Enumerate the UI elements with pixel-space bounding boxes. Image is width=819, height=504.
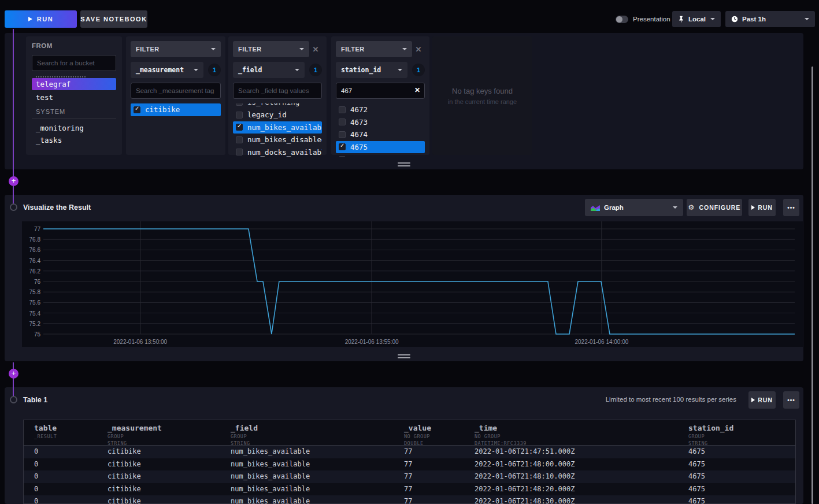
query-builder-cell: FROM telegraftestSYSTEM_monitoring_tasks… [5, 33, 803, 169]
filter-value-row[interactable]: 4672 [336, 103, 425, 116]
save-notebook-button[interactable]: SAVE NOTEBOOK [80, 10, 147, 28]
filter-type-dropdown[interactable]: FILTER [233, 41, 309, 57]
run-cell-label: RUN [758, 204, 773, 211]
station-search-input[interactable] [336, 83, 425, 99]
chevron-down-icon [211, 48, 216, 50]
y-axis-tick-label: 76 [22, 279, 40, 285]
checkbox[interactable] [339, 118, 346, 125]
chevron-down-icon [194, 69, 198, 71]
run-notebook-label: RUN [37, 16, 53, 23]
filter-value-row[interactable]: citibike [131, 103, 221, 116]
chevron-down-icon [402, 48, 407, 50]
checkbox[interactable] [236, 136, 243, 143]
add-cell-button[interactable]: + [9, 369, 18, 379]
filter-value-label: citibike [145, 105, 180, 114]
filter-value-label: num_bikes_available [247, 123, 322, 132]
filter-value-row[interactable] [336, 153, 425, 157]
close-icon[interactable]: ✕ [309, 45, 322, 54]
table-body: 0citibikenum_bikes_available772022-01-06… [24, 446, 795, 504]
top-toolbar: RUN SAVE NOTEBOOK Presentation Local Pas… [0, 0, 819, 29]
checkbox[interactable] [339, 106, 346, 113]
configure-button[interactable]: ⚙ CONFIGURE [687, 199, 742, 216]
filter-value-row[interactable]: num_bikes_available [233, 121, 322, 134]
table-row: 0citibikenum_bikes_available772022-01-06… [24, 483, 795, 496]
timezone-dropdown[interactable]: Local [672, 11, 721, 27]
filter-type-dropdown[interactable]: FILTER [131, 41, 221, 57]
table-cell: citibike [97, 446, 220, 458]
table-column-header: _measurementGROUPSTRING [97, 420, 220, 449]
filter-value-row[interactable]: 4673 [336, 116, 425, 129]
y-axis-tick-label: 75.8 [22, 289, 40, 295]
filter-value-row[interactable]: 4674 [336, 128, 425, 141]
measurement-search-input[interactable] [131, 83, 221, 99]
table-cell: 4675 [678, 470, 795, 483]
filter-value-row[interactable]: legacy_id [233, 109, 322, 121]
clock-icon [731, 16, 738, 23]
clear-search-icon[interactable]: ✕ [414, 86, 420, 94]
bucket-item[interactable]: _tasks [32, 134, 116, 146]
x-axis-tick-label: 2022-01-06 14:00:00 [561, 339, 642, 345]
results-table: table_RESULT_measurementGROUPSTRING_fiel… [23, 420, 796, 504]
table-cell: 0 [24, 446, 97, 458]
filter-value-label: num_docks_available [247, 148, 322, 157]
resize-handle[interactable] [398, 354, 410, 358]
tag-key-dropdown[interactable]: _measurement [131, 62, 203, 78]
checkbox[interactable] [236, 149, 243, 155]
no-tags-message: No tag keys found [452, 87, 513, 95]
tag-key-dropdown[interactable]: station_id [336, 62, 407, 78]
pin-icon [678, 16, 684, 23]
table-cell: 77 [394, 470, 464, 483]
cell-bullet-icon [10, 203, 17, 211]
clipped-filter-value-row: is_returning [233, 103, 322, 109]
checkbox[interactable] [236, 103, 243, 106]
checkbox[interactable] [339, 156, 346, 157]
more-options-button[interactable]: ••• [783, 391, 799, 409]
filter-value-row[interactable]: num_bikes_disabled [233, 134, 322, 146]
checkbox[interactable] [236, 124, 243, 131]
from-title: FROM [32, 42, 116, 49]
y-axis-tick-label: 77 [22, 226, 40, 232]
checkbox[interactable] [134, 106, 140, 113]
run-cell-button[interactable]: RUN [748, 199, 776, 216]
field-search-input[interactable] [233, 83, 322, 99]
bucket-search-input[interactable] [32, 55, 116, 71]
presentation-toggle[interactable] [616, 16, 628, 23]
filter-card-field: FILTER ✕ _field 1 is_returninglegacy_idn… [228, 36, 327, 155]
table-cell: num_bikes_available [220, 470, 394, 483]
tag-key-dropdown[interactable]: _field [233, 62, 305, 78]
filter-type-dropdown[interactable]: FILTER [336, 41, 412, 57]
bucket-item[interactable]: telegraf [32, 78, 116, 90]
table-cell: num_bikes_available [220, 458, 394, 471]
add-cell-button[interactable]: + [9, 176, 18, 186]
table-cell: 4675 [678, 458, 795, 471]
y-axis-tick-label: 75 [22, 331, 40, 338]
y-axis-tick-label: 76.6 [22, 247, 40, 253]
more-options-button[interactable]: ••• [783, 199, 799, 216]
page-scrollbar[interactable] [811, 66, 813, 504]
table-cell: 4675 [678, 495, 795, 504]
close-icon[interactable]: ✕ [412, 45, 425, 54]
toggle-knob-icon [616, 16, 622, 23]
tag-key-label: _measurement [136, 66, 184, 74]
bucket-item[interactable]: test [32, 91, 116, 103]
no-tags-submessage: in the current time range [448, 98, 517, 105]
table-row: 0citibikenum_bikes_available772022-01-06… [24, 495, 795, 504]
checkbox[interactable] [339, 143, 346, 150]
visualization-type-dropdown[interactable]: Graph [585, 199, 683, 216]
checkbox[interactable] [236, 112, 243, 118]
filter-value-row[interactable]: is_returning [233, 103, 322, 109]
run-cell-button[interactable]: RUN [748, 391, 776, 409]
bucket-item[interactable]: _monitoring [32, 122, 116, 134]
run-notebook-button[interactable]: RUN [5, 10, 77, 28]
filter-value-row[interactable]: num_docks_available [233, 146, 322, 159]
resize-handle[interactable] [398, 162, 410, 166]
filter-value-row[interactable]: 4675 [336, 141, 425, 154]
play-icon [28, 17, 32, 21]
time-range-dropdown[interactable]: Past 1h [725, 11, 815, 27]
time-range-label: Past 1h [742, 16, 766, 23]
checkbox[interactable] [339, 131, 346, 138]
table-cell: 2022-01-06T21:48:30.000Z [464, 495, 678, 504]
table-cell: 0 [24, 495, 97, 504]
visualization-type-label: Graph [604, 204, 624, 211]
cell-title: Visualize the Result [23, 203, 91, 212]
